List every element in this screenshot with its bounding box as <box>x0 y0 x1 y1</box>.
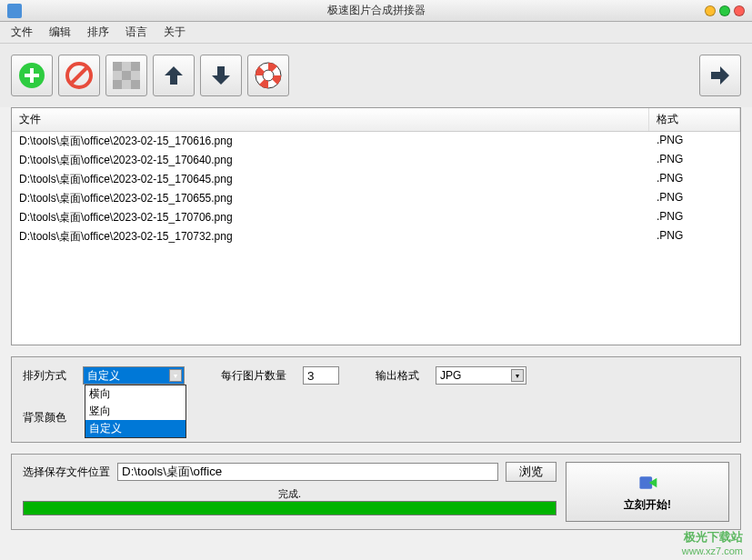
file-list[interactable]: 文件 格式 D:\tools\桌面\office\2023-02-15_1706… <box>11 107 741 345</box>
file-row[interactable]: D:\tools\桌面\office\2023-02-15_170645.png… <box>12 170 740 189</box>
output-format-select[interactable]: JPG ▾ <box>436 366 526 385</box>
progress-status: 完成. <box>23 487 556 501</box>
menu-edit[interactable]: 编辑 <box>49 25 71 40</box>
arrow-up-icon <box>161 63 186 88</box>
column-file-header[interactable]: 文件 <box>12 108 649 131</box>
chevron-down-icon: ▾ <box>169 369 182 382</box>
add-button[interactable] <box>11 55 53 96</box>
svg-rect-7 <box>131 62 140 71</box>
bg-color-label: 背景颜色 <box>23 410 74 425</box>
file-format-cell: .PNG <box>649 151 740 170</box>
move-down-button[interactable] <box>200 55 242 96</box>
file-format-cell: .PNG <box>649 208 740 227</box>
options-panel: 排列方式 自定义 ▾ 每行图片数量 输出格式 JPG ▾ 横向 竖向 自定义 背… <box>11 356 741 443</box>
menu-sort[interactable]: 排序 <box>87 25 109 40</box>
svg-rect-9 <box>113 80 122 89</box>
file-row[interactable]: D:\tools\桌面\office\2023-02-15_170732.png… <box>12 227 740 246</box>
arrange-option-vertical[interactable]: 竖向 <box>85 403 185 420</box>
file-row[interactable]: D:\tools\桌面\office\2023-02-15_170640.png… <box>12 151 740 170</box>
remove-button[interactable] <box>58 55 100 96</box>
lifebuoy-icon <box>255 62 282 89</box>
arrange-select-value: 自定义 <box>87 368 120 384</box>
menu-about[interactable]: 关于 <box>164 25 185 40</box>
svg-rect-2 <box>25 74 39 77</box>
file-format-cell: .PNG <box>649 227 740 246</box>
bottom-panel: 选择保存文件位置 浏览 完成. 立刻开始! <box>11 454 741 530</box>
watermark: 极光下载站 www.xz7.com <box>682 529 743 556</box>
file-format-cell: .PNG <box>649 170 740 189</box>
svg-line-4 <box>72 68 86 83</box>
column-format-header[interactable]: 格式 <box>649 108 740 131</box>
next-button[interactable] <box>699 55 741 96</box>
per-row-label: 每行图片数量 <box>221 368 294 384</box>
browse-button[interactable]: 浏览 <box>506 462 556 482</box>
output-format-value: JPG <box>440 369 461 382</box>
file-row[interactable]: D:\tools\桌面\office\2023-02-15_170616.png… <box>12 132 740 151</box>
minimize-button[interactable] <box>705 5 716 16</box>
window-title: 极速图片合成拼接器 <box>327 3 426 18</box>
svg-rect-8 <box>122 71 131 80</box>
per-row-input[interactable] <box>303 366 339 385</box>
menu-language[interactable]: 语言 <box>125 25 147 40</box>
checker-icon <box>113 62 140 89</box>
file-path-cell: D:\tools\桌面\office\2023-02-15_170706.png <box>12 208 649 227</box>
file-row[interactable]: D:\tools\桌面\office\2023-02-15_170706.png… <box>12 208 740 227</box>
close-button[interactable] <box>734 5 745 16</box>
svg-rect-6 <box>113 62 122 71</box>
menubar: 文件 编辑 排序 语言 关于 <box>0 22 752 44</box>
plus-icon <box>18 62 45 89</box>
arrow-down-icon <box>208 63 234 88</box>
toolbar <box>0 44 752 107</box>
forbidden-icon <box>65 62 93 89</box>
app-icon <box>7 4 22 18</box>
start-icon <box>637 472 658 494</box>
output-format-label: 输出格式 <box>376 368 426 384</box>
move-up-button[interactable] <box>153 55 195 96</box>
save-location-label: 选择保存文件位置 <box>23 465 110 480</box>
progress-bar <box>23 501 556 515</box>
file-format-cell: .PNG <box>649 132 740 151</box>
save-path-input[interactable] <box>117 463 498 481</box>
arrange-select[interactable]: 自定义 ▾ <box>83 366 185 385</box>
file-path-cell: D:\tools\桌面\office\2023-02-15_170655.png <box>12 189 649 208</box>
file-path-cell: D:\tools\桌面\office\2023-02-15_170616.png <box>12 132 649 151</box>
watermark-url: www.xz7.com <box>682 545 743 556</box>
titlebar: 极速图片合成拼接器 <box>0 0 752 22</box>
file-row[interactable]: D:\tools\桌面\office\2023-02-15_170655.png… <box>12 189 740 208</box>
arrange-option-horizontal[interactable]: 横向 <box>85 385 185 403</box>
start-button[interactable]: 立刻开始! <box>566 462 729 522</box>
menu-file[interactable]: 文件 <box>11 25 33 40</box>
start-button-label: 立刻开始! <box>624 497 671 513</box>
chevron-down-icon: ▾ <box>511 369 524 382</box>
file-path-cell: D:\tools\桌面\office\2023-02-15_170645.png <box>12 170 649 189</box>
svg-rect-10 <box>131 80 140 89</box>
file-path-cell: D:\tools\桌面\office\2023-02-15_170640.png <box>12 151 649 170</box>
file-list-header: 文件 格式 <box>12 108 740 132</box>
arrow-right-icon <box>707 63 733 88</box>
arrange-dropdown[interactable]: 横向 竖向 自定义 <box>85 385 186 438</box>
file-path-cell: D:\tools\桌面\office\2023-02-15_170732.png <box>12 227 649 246</box>
watermark-text: 极光下载站 <box>684 529 743 545</box>
arrange-option-custom[interactable]: 自定义 <box>85 420 185 437</box>
file-format-cell: .PNG <box>649 189 740 208</box>
maximize-button[interactable] <box>719 5 730 16</box>
clear-button[interactable] <box>105 55 147 96</box>
arrange-label: 排列方式 <box>23 368 74 384</box>
help-button[interactable] <box>247 55 289 96</box>
window-controls <box>705 5 745 16</box>
